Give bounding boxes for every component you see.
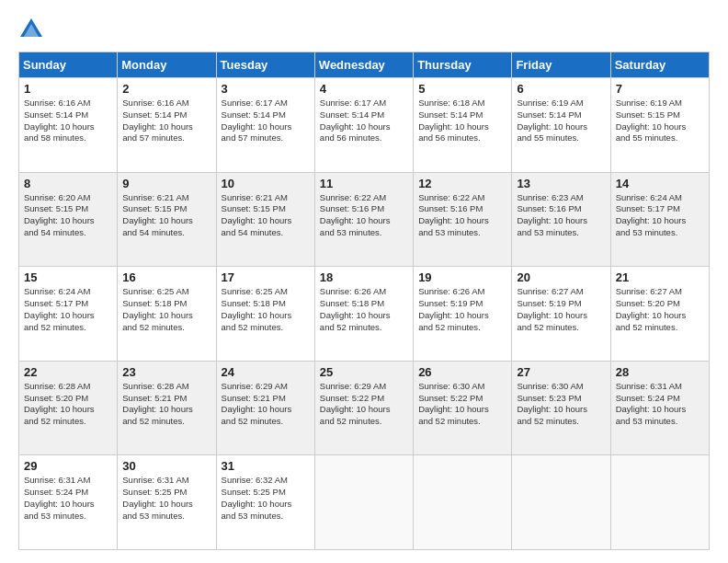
calendar-week-0: 1Sunrise: 6:16 AM Sunset: 5:14 PM Daylig… [19, 78, 710, 173]
calendar-cell: 4Sunrise: 6:17 AM Sunset: 5:14 PM Daylig… [314, 78, 413, 173]
calendar-cell [512, 455, 610, 550]
calendar-cell: 9Sunrise: 6:21 AM Sunset: 5:15 PM Daylig… [118, 172, 216, 267]
day-info: Sunrise: 6:29 AM Sunset: 5:22 PM Dayligh… [320, 381, 408, 428]
calendar-header-sunday: Sunday [19, 52, 118, 78]
day-number: 9 [122, 177, 210, 190]
day-number: 17 [222, 270, 310, 284]
day-info: Sunrise: 6:20 AM Sunset: 5:15 PM Dayligh… [24, 192, 112, 239]
calendar-cell: 28Sunrise: 6:31 AM Sunset: 5:24 PM Dayli… [610, 361, 709, 455]
logo [18, 17, 48, 42]
day-number: 30 [122, 459, 210, 473]
day-number: 5 [418, 82, 506, 96]
calendar-cell: 23Sunrise: 6:28 AM Sunset: 5:21 PM Dayli… [118, 361, 216, 455]
day-number: 13 [517, 177, 605, 190]
calendar-week-2: 15Sunrise: 6:24 AM Sunset: 5:17 PM Dayli… [19, 267, 710, 362]
day-info: Sunrise: 6:16 AM Sunset: 5:14 PM Dayligh… [24, 98, 112, 144]
calendar-header-tuesday: Tuesday [216, 52, 314, 78]
calendar-cell: 2Sunrise: 6:16 AM Sunset: 5:14 PM Daylig… [118, 78, 216, 173]
day-number: 31 [222, 459, 310, 473]
calendar-cell: 14Sunrise: 6:24 AM Sunset: 5:17 PM Dayli… [610, 172, 709, 267]
day-info: Sunrise: 6:22 AM Sunset: 5:16 PM Dayligh… [418, 192, 506, 239]
calendar-cell: 26Sunrise: 6:30 AM Sunset: 5:22 PM Dayli… [414, 361, 512, 455]
day-number: 24 [222, 365, 310, 379]
day-number: 2 [122, 82, 210, 96]
calendar-cell: 24Sunrise: 6:29 AM Sunset: 5:21 PM Dayli… [216, 361, 314, 455]
calendar-cell: 21Sunrise: 6:27 AM Sunset: 5:20 PM Dayli… [610, 267, 709, 362]
day-info: Sunrise: 6:31 AM Sunset: 5:24 PM Dayligh… [24, 475, 112, 522]
day-number: 15 [24, 270, 112, 284]
day-number: 1 [24, 82, 112, 96]
day-info: Sunrise: 6:19 AM Sunset: 5:15 PM Dayligh… [616, 98, 704, 144]
calendar-cell: 8Sunrise: 6:20 AM Sunset: 5:15 PM Daylig… [19, 172, 118, 267]
calendar-cell: 15Sunrise: 6:24 AM Sunset: 5:17 PM Dayli… [19, 267, 118, 362]
day-info: Sunrise: 6:21 AM Sunset: 5:15 PM Dayligh… [122, 192, 210, 239]
day-info: Sunrise: 6:25 AM Sunset: 5:18 PM Dayligh… [122, 286, 210, 333]
calendar-cell: 22Sunrise: 6:28 AM Sunset: 5:20 PM Dayli… [19, 361, 118, 455]
header [18, 17, 710, 42]
day-info: Sunrise: 6:26 AM Sunset: 5:18 PM Dayligh… [320, 286, 408, 333]
day-info: Sunrise: 6:17 AM Sunset: 5:14 PM Dayligh… [222, 98, 310, 144]
day-number: 10 [222, 177, 310, 190]
calendar-cell: 5Sunrise: 6:18 AM Sunset: 5:14 PM Daylig… [414, 78, 512, 173]
day-number: 25 [320, 365, 408, 379]
day-number: 14 [616, 177, 704, 190]
day-info: Sunrise: 6:31 AM Sunset: 5:25 PM Dayligh… [122, 475, 210, 522]
day-number: 23 [122, 365, 210, 379]
calendar-cell: 1Sunrise: 6:16 AM Sunset: 5:14 PM Daylig… [19, 78, 118, 173]
day-info: Sunrise: 6:24 AM Sunset: 5:17 PM Dayligh… [24, 286, 112, 333]
day-info: Sunrise: 6:18 AM Sunset: 5:14 PM Dayligh… [418, 98, 506, 144]
calendar-cell: 3Sunrise: 6:17 AM Sunset: 5:14 PM Daylig… [216, 78, 314, 173]
day-number: 20 [517, 270, 605, 284]
day-number: 7 [616, 82, 704, 96]
calendar-week-1: 8Sunrise: 6:20 AM Sunset: 5:15 PM Daylig… [19, 172, 710, 267]
day-info: Sunrise: 6:32 AM Sunset: 5:25 PM Dayligh… [222, 475, 310, 522]
calendar-week-4: 29Sunrise: 6:31 AM Sunset: 5:24 PM Dayli… [19, 455, 710, 550]
day-number: 8 [24, 177, 112, 190]
day-info: Sunrise: 6:22 AM Sunset: 5:16 PM Dayligh… [320, 192, 408, 239]
calendar-cell: 25Sunrise: 6:29 AM Sunset: 5:22 PM Dayli… [314, 361, 413, 455]
day-number: 4 [320, 82, 408, 96]
day-number: 27 [517, 365, 605, 379]
calendar-cell [414, 455, 512, 550]
calendar-table: SundayMondayTuesdayWednesdayThursdayFrid… [18, 52, 710, 550]
calendar-cell: 6Sunrise: 6:19 AM Sunset: 5:14 PM Daylig… [512, 78, 610, 173]
page: SundayMondayTuesdayWednesdayThursdayFrid… [0, 0, 728, 563]
day-number: 11 [320, 177, 408, 190]
calendar-cell: 30Sunrise: 6:31 AM Sunset: 5:25 PM Dayli… [118, 455, 216, 550]
day-info: Sunrise: 6:26 AM Sunset: 5:19 PM Dayligh… [418, 286, 506, 333]
day-info: Sunrise: 6:27 AM Sunset: 5:20 PM Dayligh… [616, 286, 704, 333]
day-info: Sunrise: 6:16 AM Sunset: 5:14 PM Dayligh… [122, 98, 210, 144]
calendar-cell: 17Sunrise: 6:25 AM Sunset: 5:18 PM Dayli… [216, 267, 314, 362]
day-number: 29 [24, 459, 112, 473]
calendar-cell: 20Sunrise: 6:27 AM Sunset: 5:19 PM Dayli… [512, 267, 610, 362]
day-info: Sunrise: 6:25 AM Sunset: 5:18 PM Dayligh… [222, 286, 310, 333]
calendar-cell: 29Sunrise: 6:31 AM Sunset: 5:24 PM Dayli… [19, 455, 118, 550]
day-number: 28 [616, 365, 704, 379]
day-info: Sunrise: 6:23 AM Sunset: 5:16 PM Dayligh… [517, 192, 605, 239]
day-number: 22 [24, 365, 112, 379]
calendar-cell: 16Sunrise: 6:25 AM Sunset: 5:18 PM Dayli… [118, 267, 216, 362]
day-number: 26 [418, 365, 506, 379]
calendar-cell: 18Sunrise: 6:26 AM Sunset: 5:18 PM Dayli… [314, 267, 413, 362]
day-info: Sunrise: 6:30 AM Sunset: 5:22 PM Dayligh… [418, 381, 506, 428]
day-info: Sunrise: 6:30 AM Sunset: 5:23 PM Dayligh… [517, 381, 605, 428]
calendar-cell: 11Sunrise: 6:22 AM Sunset: 5:16 PM Dayli… [314, 172, 413, 267]
calendar-cell: 31Sunrise: 6:32 AM Sunset: 5:25 PM Dayli… [216, 455, 314, 550]
calendar-cell: 27Sunrise: 6:30 AM Sunset: 5:23 PM Dayli… [512, 361, 610, 455]
calendar-header-row: SundayMondayTuesdayWednesdayThursdayFrid… [19, 52, 710, 78]
day-info: Sunrise: 6:19 AM Sunset: 5:14 PM Dayligh… [517, 98, 605, 144]
day-info: Sunrise: 6:17 AM Sunset: 5:14 PM Dayligh… [320, 98, 408, 144]
calendar-cell: 13Sunrise: 6:23 AM Sunset: 5:16 PM Dayli… [512, 172, 610, 267]
calendar-cell [314, 455, 413, 550]
day-number: 18 [320, 270, 408, 284]
day-info: Sunrise: 6:27 AM Sunset: 5:19 PM Dayligh… [517, 286, 605, 333]
calendar-cell: 12Sunrise: 6:22 AM Sunset: 5:16 PM Dayli… [414, 172, 512, 267]
calendar-cell [610, 455, 709, 550]
calendar-cell: 10Sunrise: 6:21 AM Sunset: 5:15 PM Dayli… [216, 172, 314, 267]
day-number: 19 [418, 270, 506, 284]
day-info: Sunrise: 6:31 AM Sunset: 5:24 PM Dayligh… [616, 381, 704, 428]
calendar-header-saturday: Saturday [610, 52, 709, 78]
day-number: 12 [418, 177, 506, 190]
day-number: 16 [122, 270, 210, 284]
calendar-header-monday: Monday [118, 52, 216, 78]
